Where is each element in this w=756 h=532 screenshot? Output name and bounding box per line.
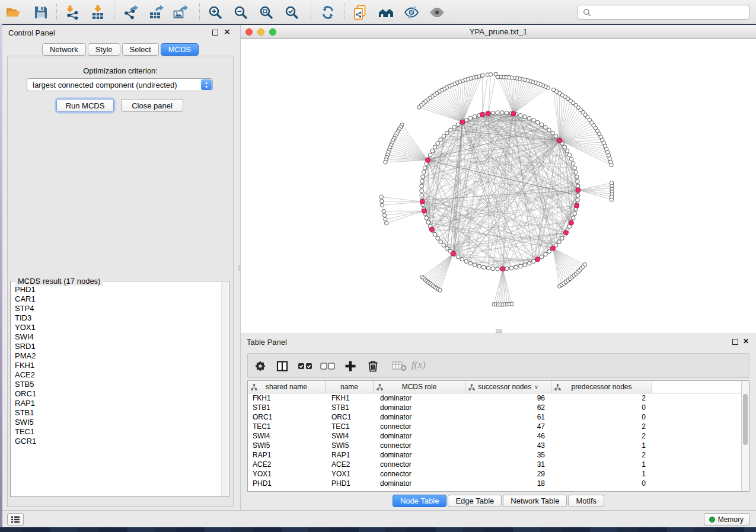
graph-node[interactable] [567, 153, 572, 157]
mcds-result-item[interactable]: RAP1 [11, 399, 221, 408]
graph-node[interactable] [523, 263, 527, 267]
table-cell[interactable]: ORC1 [326, 412, 374, 422]
graph-node[interactable] [571, 162, 575, 166]
graph-node[interactable] [573, 166, 577, 170]
graph-node[interactable] [442, 134, 446, 139]
table-cell[interactable]: 0 [551, 412, 652, 422]
network-window-titlebar[interactable]: YPA_prune.txt_1 [241, 25, 756, 39]
graph-hub-node[interactable] [460, 120, 465, 124]
open-session-icon[interactable] [5, 5, 21, 20]
graph-hub-node[interactable] [480, 112, 484, 117]
search-box[interactable] [577, 5, 750, 20]
mcds-result-scrollbar[interactable] [221, 282, 228, 496]
graph-node[interactable] [554, 134, 558, 139]
graph-node[interactable] [527, 261, 531, 265]
table-row[interactable]: ACE2ACE2connector311 [248, 460, 741, 469]
graph-hub-node[interactable] [422, 209, 426, 213]
table-cell[interactable]: PHD1 [326, 479, 374, 488]
tab-node-table[interactable]: Node Table [393, 495, 447, 507]
graph-node[interactable] [456, 255, 460, 259]
search-input[interactable] [594, 7, 745, 18]
graph-node[interactable] [433, 232, 437, 236]
table-cell[interactable]: dominator [374, 450, 465, 460]
unselect-all-columns-icon[interactable] [320, 360, 336, 375]
graph-node[interactable] [428, 153, 432, 157]
graph-edge[interactable] [435, 95, 462, 122]
graph-node[interactable] [384, 161, 387, 164]
graph-node[interactable] [489, 72, 492, 76]
graph-node[interactable] [491, 111, 495, 115]
add-column-icon[interactable] [344, 360, 357, 375]
graph-hub-node[interactable] [425, 158, 430, 162]
mcds-result-item[interactable]: FKH1 [11, 361, 221, 370]
graph-node[interactable] [385, 222, 388, 225]
graph-edge[interactable] [428, 254, 453, 282]
table-row[interactable]: FKH1FKH1dominator962 [248, 393, 741, 403]
graph-node[interactable] [509, 266, 513, 270]
graph-node[interactable] [496, 267, 500, 271]
graph-node[interactable] [482, 265, 486, 270]
graph-node[interactable] [382, 209, 385, 213]
graph-node[interactable] [527, 116, 531, 120]
graph-node[interactable] [379, 195, 383, 198]
mcds-result-item[interactable]: STB5 [11, 380, 221, 389]
table-cell[interactable]: STB1 [326, 403, 374, 412]
graph-edge[interactable] [435, 254, 453, 287]
mcds-result-item[interactable]: GCR1 [11, 437, 221, 446]
table-cell[interactable]: 96 [465, 393, 551, 403]
table-cell[interactable]: FKH1 [326, 393, 374, 403]
graph-node[interactable] [551, 131, 555, 135]
mcds-result-item[interactable]: PHD1 [11, 285, 221, 294]
mcds-result-item[interactable]: SWI4 [11, 332, 221, 342]
show-graphics-details-icon[interactable] [429, 5, 445, 20]
table-cell[interactable]: ACE2 [248, 460, 326, 469]
graph-node[interactable] [540, 123, 544, 127]
export-network-icon[interactable] [123, 5, 138, 20]
graph-hub-node[interactable] [563, 230, 568, 235]
column-header-shared-name[interactable]: shared name [248, 381, 326, 393]
table-cell[interactable]: 2 [551, 431, 652, 441]
graph-edge[interactable] [385, 160, 428, 162]
graph-edge[interactable] [430, 98, 462, 122]
graph-node[interactable] [563, 145, 567, 149]
table-cell[interactable]: STB1 [248, 403, 326, 412]
table-cell[interactable]: dominator [374, 403, 465, 412]
table-cell[interactable]: SWI4 [248, 431, 326, 441]
graph-node[interactable] [544, 125, 548, 129]
tab-motifs[interactable]: Motifs [568, 495, 604, 507]
zoom-fit-icon[interactable] [259, 5, 274, 20]
graph-edge[interactable] [503, 269, 512, 304]
import-network-icon[interactable] [65, 5, 80, 20]
table-cell[interactable]: ORC1 [248, 412, 326, 422]
graph-node[interactable] [456, 123, 460, 127]
graph-node[interactable] [569, 157, 573, 161]
table-cell[interactable]: 46 [465, 431, 551, 441]
graph-node[interactable] [425, 216, 429, 220]
graph-node[interactable] [575, 175, 579, 179]
graph-hub-node[interactable] [575, 203, 579, 208]
graph-edge[interactable] [513, 88, 548, 114]
tab-network-table[interactable]: Network Table [503, 495, 567, 507]
tab-select[interactable]: Select [122, 43, 159, 56]
graph-node[interactable] [523, 115, 527, 119]
graph-edge[interactable] [498, 269, 503, 305]
table-row[interactable]: PHD1PHD1dominator180 [248, 479, 741, 488]
graph-node[interactable] [430, 149, 435, 153]
table-cell[interactable]: TEC1 [326, 422, 374, 431]
table-row[interactable]: ORC1ORC1dominator610 [248, 412, 741, 422]
zoom-in-icon[interactable] [208, 5, 223, 20]
zoom-selected-icon[interactable] [284, 5, 299, 20]
table-cell[interactable]: 2 [551, 393, 652, 403]
graph-node[interactable] [442, 243, 446, 248]
graph-node[interactable] [445, 131, 449, 135]
graph-node[interactable] [449, 128, 453, 132]
table-cell[interactable]: ACE2 [326, 460, 374, 469]
graph-node[interactable] [436, 236, 440, 241]
graph-node[interactable] [464, 259, 468, 264]
mcds-result-item[interactable]: STP4 [11, 304, 221, 313]
graph-node[interactable] [496, 75, 499, 79]
table-row[interactable]: TEC1TEC1connector472 [248, 422, 741, 431]
table-cell[interactable]: 2 [551, 422, 652, 431]
mcds-result-item[interactable]: PMA2 [11, 351, 221, 361]
graph-node[interactable] [573, 211, 577, 216]
